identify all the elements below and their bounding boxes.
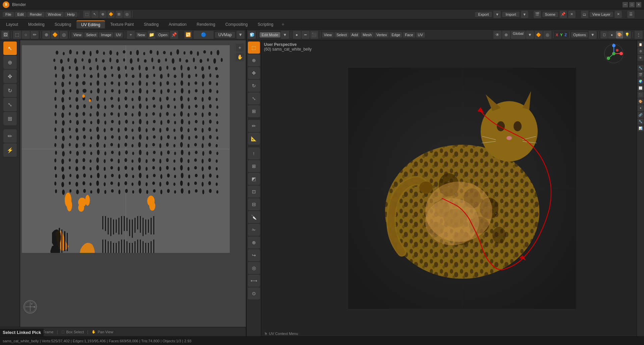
vp-tool-annotate[interactable]: ✏ [248, 120, 260, 132]
vp-tool-measure[interactable]: 📐 [248, 133, 260, 145]
vp-proportional-icon[interactable]: ◎ [543, 31, 551, 39]
edit-menu[interactable]: Edit [15, 12, 26, 17]
vp-type-icon[interactable]: 🧊 [248, 31, 256, 39]
maximize-button[interactable]: □ [629, 2, 635, 7]
uv-tool-select[interactable]: ↖ [3, 42, 17, 55]
vp-options-btn[interactable]: Options [571, 32, 588, 38]
vp-add-btn[interactable]: Add [350, 32, 360, 38]
view-layer-close-icon[interactable]: ✕ [614, 11, 622, 18]
tab-compositing[interactable]: Compositing [221, 21, 253, 28]
scene-pin-icon[interactable]: 📌 [559, 11, 567, 18]
tab-layout[interactable]: Layout [1, 21, 23, 28]
vp-tool-loop-cut[interactable]: ⊡ [248, 186, 260, 198]
vp-more-options-icon[interactable]: ⋮ [635, 31, 643, 39]
uv-select-box-icon[interactable]: ⬚ [13, 31, 21, 39]
add-workspace-tab[interactable]: + [279, 21, 287, 28]
rm-rendered[interactable]: 💡 [624, 31, 631, 39]
window-menu[interactable]: Window [45, 12, 64, 17]
vp-tool-smooth[interactable]: ◎ [248, 262, 260, 274]
vp-tool-shrink[interactable]: ⊙ [248, 287, 260, 299]
vp-tool-inset[interactable]: ⊞ [248, 160, 260, 172]
vp-tool-spin[interactable]: ↪ [248, 249, 260, 261]
uv-canvas[interactable]: ↖ ⊕ ✥ ↻ ⤡ ⊞ ✏ ⚡ [0, 40, 246, 327]
vp-tool-bisect[interactable]: ✁ [248, 224, 260, 236]
tab-rendering[interactable]: Rendering [192, 21, 220, 28]
layout-icon[interactable]: ☰ [627, 11, 635, 18]
vp-tool-bevel[interactable]: ◩ [248, 173, 260, 185]
vp-tool-knife[interactable]: 🔪 [248, 211, 260, 223]
uv-proportional-icon[interactable]: ◎ [60, 31, 68, 39]
tab-sculpting[interactable]: Sculpting [50, 21, 76, 28]
uv-select-lasso-icon[interactable]: ✏ [31, 31, 39, 39]
uv-tool-cursor[interactable]: ⊕ [3, 56, 17, 69]
uv-cursor-icon[interactable]: ⊕ [42, 31, 50, 39]
vp-vertex-mode-icon[interactable]: ● [293, 31, 301, 39]
pivot-icon[interactable]: ◎ [123, 11, 131, 18]
vp-global-dropdown[interactable]: ▼ [526, 31, 534, 39]
view-layer-icon[interactable]: 🗂 [581, 11, 588, 18]
view-layer-label[interactable]: View Layer [590, 12, 613, 17]
export-dropdown-icon[interactable]: ▼ [493, 11, 501, 18]
vp-options-dropdown[interactable]: ▼ [589, 31, 597, 39]
vp-edit-mode-btn[interactable]: Edit Mode [260, 32, 280, 38]
vp-vertex-btn[interactable]: Vertex [374, 32, 389, 38]
uv-select-circle-icon[interactable]: ○ [22, 31, 30, 39]
vp-tool-move[interactable]: ✥ [248, 67, 260, 79]
uv-zoom-in-btn[interactable]: + [236, 44, 244, 52]
import-dropdown-icon[interactable]: ▼ [521, 11, 528, 18]
vp-tool-box-select[interactable]: ⬚ [248, 42, 260, 54]
snap-icon[interactable]: 🔶 [107, 11, 115, 18]
vp-tool-poly-build[interactable]: ⊕ [248, 236, 260, 249]
scene-label[interactable]: Scene [542, 12, 558, 17]
import-button[interactable]: Import [502, 12, 519, 17]
vp-tool-edge-slide[interactable]: ⟷ [248, 275, 260, 287]
vp-global-btn[interactable]: Global [511, 31, 526, 39]
render-menu[interactable]: Render [27, 12, 45, 17]
uv-open-folder-icon[interactable]: 📁 [148, 31, 156, 39]
uv-add-icon[interactable]: + [127, 31, 135, 39]
rm-wireframe[interactable]: ◻ [600, 31, 608, 39]
tab-uv-editing[interactable]: UV Editing [76, 20, 105, 28]
vp-tool-scale[interactable]: ⤡ [248, 92, 260, 105]
vp-tool-cursor[interactable]: ⊕ [248, 54, 260, 66]
tab-shading[interactable]: Shading [139, 21, 163, 28]
uv-expand-icon[interactable]: ▼ [236, 31, 245, 39]
uv-open-btn[interactable]: Open [156, 32, 169, 38]
vp-overlay-icon[interactable]: 👁 [493, 31, 501, 39]
uvmap-label[interactable]: UVMap [215, 32, 235, 38]
vp-z-axis[interactable]: Z [564, 33, 568, 37]
export-button[interactable]: Export [475, 12, 492, 17]
file-menu[interactable]: File [3, 12, 14, 17]
close-button[interactable]: ✕ [636, 2, 641, 7]
vp-face-btn[interactable]: Face [403, 32, 415, 38]
uv-uv-btn[interactable]: UV [114, 32, 123, 38]
rm-solid[interactable]: ● [608, 31, 615, 39]
cursor-icon[interactable]: ⊕ [99, 11, 107, 18]
uv-tool-move[interactable]: ✥ [3, 70, 17, 83]
uv-select-btn[interactable]: Select [84, 32, 99, 38]
vp-uv-btn[interactable]: UV [416, 32, 425, 38]
uv-tool-rotate[interactable]: ↻ [3, 84, 17, 97]
uv-tool-scale[interactable]: ⤡ [3, 98, 17, 111]
tab-animation[interactable]: Animation [164, 21, 191, 28]
uv-snap-icon[interactable]: 🔶 [51, 31, 59, 39]
vp-tool-transform[interactable]: ⊞ [248, 105, 260, 117]
uv-sync-icon[interactable]: 🔁 [184, 31, 192, 39]
rm-material[interactable]: 🎨 [616, 31, 623, 39]
uv-hand-btn[interactable]: ✋ [236, 53, 244, 61]
vp-face-mode-icon[interactable]: ⬛ [310, 31, 318, 39]
uv-tool-transform[interactable]: ⊞ [3, 112, 17, 125]
vp-tool-offset-cut[interactable]: ⊟ [248, 198, 260, 210]
vp-edge-mode-icon[interactable]: ━ [302, 31, 310, 39]
vp-view-btn[interactable]: View [322, 32, 334, 38]
vp-x-axis[interactable]: X [555, 33, 559, 37]
select-icon[interactable]: ↖ [91, 11, 99, 18]
vp-mode-dropdown[interactable]: ▼ [281, 31, 289, 39]
uv-view-btn[interactable]: View [71, 32, 84, 38]
vp-mesh-btn[interactable]: Mesh [361, 32, 374, 38]
vp-tool-rotate[interactable]: ↻ [248, 80, 260, 92]
help-menu[interactable]: Help [64, 12, 77, 17]
minimize-button[interactable]: ─ [623, 2, 628, 7]
scene-icon[interactable]: 🎬 [534, 11, 541, 18]
uv-image-btn[interactable]: Image [99, 32, 113, 38]
